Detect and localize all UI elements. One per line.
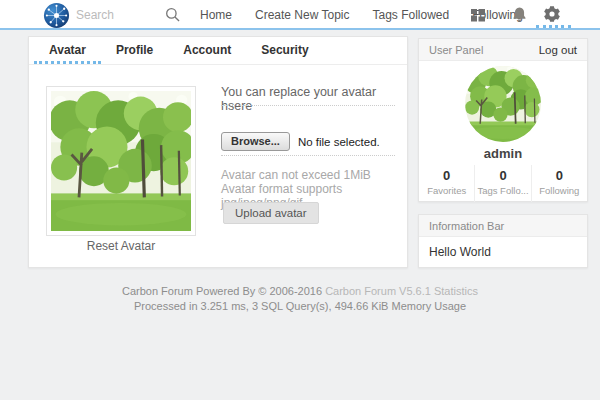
no-file-selected-text: No file selected. [298, 136, 380, 148]
logout-link[interactable]: Log out [539, 44, 577, 56]
settings-page: Home Create New Topic Tags Followed Foll… [0, 0, 600, 400]
upload-avatar-button[interactable]: Upload avatar [223, 202, 319, 224]
nav-item-tags-followed[interactable]: Tags Followed [373, 8, 450, 22]
user-panel-title: User Panel [429, 44, 483, 56]
information-bar-title: Information Bar [429, 220, 504, 232]
information-bar-content: Hello World [419, 237, 587, 267]
user-panel-header: User Panel Log out [419, 39, 587, 61]
footer-statistics-link[interactable]: Statistics [431, 285, 478, 297]
replace-avatar-text: You can replace your avatar hsere [221, 85, 397, 113]
reset-avatar-link[interactable]: Reset Avatar [46, 239, 196, 253]
following-label: Following [532, 185, 587, 196]
favorites-label: Favorites [419, 185, 474, 196]
footer-line-2: Processed in 3.251 ms, 3 SQL Query(s), 4… [0, 299, 600, 314]
search-icon[interactable] [165, 7, 180, 25]
footer-powered-by: Carbon Forum Powered By © 2006-2016 [122, 285, 325, 297]
avatar-size-hint: Avatar can not exceed 1MiB [221, 168, 401, 182]
tags-followed-count: 0 [475, 168, 530, 183]
user-panel-card: User Panel Log out admin 0 Favorites 0 T… [418, 38, 588, 202]
following-count: 0 [532, 168, 587, 183]
separator [221, 105, 395, 106]
tab-account[interactable]: Account [168, 37, 246, 64]
browse-button[interactable]: Browse... [221, 132, 290, 151]
settings-tabs: Avatar Profile Account Security [29, 37, 407, 65]
stat-tags-followed[interactable]: 0 Tags Follo... [474, 165, 530, 202]
user-avatar[interactable] [465, 66, 541, 142]
information-bar-card: Information Bar Hello World [418, 214, 588, 268]
separator [221, 155, 395, 156]
top-navigation-bar: Home Create New Topic Tags Followed Foll… [0, 0, 600, 30]
active-settings-indicator [536, 25, 571, 28]
tab-avatar[interactable]: Avatar [34, 37, 101, 64]
settings-card: Avatar Profile Account Security Reset Av… [28, 36, 408, 268]
settings-gear-icon[interactable] [543, 5, 561, 26]
tags-followed-label: Tags Follo... [475, 185, 530, 196]
forum-logo-icon[interactable] [43, 2, 70, 29]
nav-item-create-new-topic[interactable]: Create New Topic [255, 8, 350, 22]
footer-version-link[interactable]: Carbon Forum V5.6.1 [325, 285, 431, 297]
user-stats: 0 Favorites 0 Tags Follo... 0 Following [419, 165, 587, 202]
apps-grid-icon[interactable] [470, 7, 486, 26]
search-input[interactable] [76, 6, 158, 24]
tab-security[interactable]: Security [246, 37, 323, 64]
favorites-count: 0 [419, 168, 474, 183]
footer-line-1: Carbon Forum Powered By © 2006-2016 Carb… [0, 284, 600, 299]
file-input-row: Browse... No file selected. [221, 132, 380, 151]
username: admin [419, 146, 587, 161]
information-bar-header: Information Bar [419, 215, 587, 237]
current-avatar-image [46, 86, 196, 236]
stat-following[interactable]: 0 Following [531, 165, 587, 202]
stat-favorites[interactable]: 0 Favorites [419, 165, 474, 202]
tab-profile[interactable]: Profile [101, 37, 168, 64]
page-footer: Carbon Forum Powered By © 2006-2016 Carb… [0, 284, 600, 314]
nav-item-home[interactable]: Home [200, 8, 232, 22]
notifications-bell-icon[interactable] [511, 6, 528, 26]
